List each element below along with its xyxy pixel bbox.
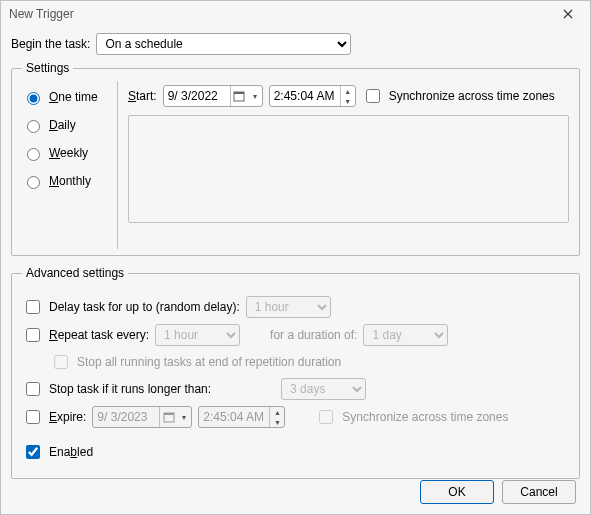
expire-sync-tz-label: Synchronize across time zones [342,410,508,424]
expire-time-picker[interactable]: ▲ ▼ [198,406,285,428]
stop-all-checkbox [54,355,68,369]
enabled-checkbox[interactable] [26,445,40,459]
begin-task-select[interactable]: On a schedule [96,33,351,55]
start-time-input[interactable] [270,86,340,106]
expire-label: Expire: [49,410,86,424]
advanced-group: Advanced settings Delay task for up to (… [11,266,580,479]
spin-up-icon[interactable]: ▲ [341,86,355,96]
stop-all-label: Stop all running tasks at end of repetit… [77,355,341,369]
radio-one-time[interactable] [27,92,40,105]
window-title: New Trigger [9,7,74,21]
expire-date-input[interactable] [93,407,159,427]
schedule-details-panel [128,115,569,223]
radio-weekly-label: Weekly [49,146,88,160]
repeat-duration-label: for a duration of: [270,328,357,342]
close-icon [563,9,573,19]
radio-one-time-label: One time [49,90,98,104]
calendar-icon[interactable] [230,86,248,106]
start-date-input[interactable] [164,86,230,106]
expire-date-picker[interactable]: ▾ [92,406,192,428]
repeat-label: Repeat task every: [49,328,149,342]
delay-checkbox[interactable] [26,300,40,314]
svg-rect-3 [164,413,174,415]
radio-daily[interactable] [27,120,40,133]
radio-weekly[interactable] [27,148,40,161]
vertical-divider [117,81,118,249]
close-button[interactable] [554,3,582,25]
delay-value-select[interactable]: 1 hour [246,296,331,318]
spin-down-icon[interactable]: ▼ [270,417,284,427]
titlebar: New Trigger [1,1,590,27]
calendar-icon[interactable] [159,407,177,427]
advanced-legend: Advanced settings [22,266,128,280]
settings-legend: Settings [22,61,73,75]
ok-button[interactable]: OK [420,480,494,504]
chevron-down-icon[interactable]: ▾ [248,86,262,106]
enabled-label: Enabled [49,445,93,459]
cancel-button[interactable]: Cancel [502,480,576,504]
sync-tz-label: Synchronize across time zones [389,89,555,103]
expire-time-input[interactable] [199,407,269,427]
schedule-options: One time Daily Weekly Monthly [22,85,107,245]
delay-label: Delay task for up to (random delay): [49,300,240,314]
sync-tz-checkbox[interactable] [366,89,380,103]
repeat-duration-select[interactable]: 1 day [363,324,448,346]
radio-daily-label: Daily [49,118,76,132]
stop-if-value-select[interactable]: 3 days [281,378,366,400]
spin-down-icon[interactable]: ▼ [341,96,355,106]
stop-if-label: Stop task if it runs longer than: [49,382,211,396]
settings-group: Settings One time Daily Weekly Monthly [11,61,580,256]
radio-monthly-label: Monthly [49,174,91,188]
repeat-checkbox[interactable] [26,328,40,342]
expire-sync-tz-checkbox [319,410,333,424]
svg-rect-1 [234,92,244,94]
start-label: Start: [128,89,157,103]
dialog-footer: OK Cancel [420,480,576,504]
start-time-picker[interactable]: ▲ ▼ [269,85,356,107]
stop-if-checkbox[interactable] [26,382,40,396]
expire-checkbox[interactable] [26,410,40,424]
begin-task-label: Begin the task: [11,37,90,51]
chevron-down-icon[interactable]: ▾ [177,407,191,427]
radio-monthly[interactable] [27,176,40,189]
spin-up-icon[interactable]: ▲ [270,407,284,417]
repeat-value-select[interactable]: 1 hour [155,324,240,346]
start-date-picker[interactable]: ▾ [163,85,263,107]
